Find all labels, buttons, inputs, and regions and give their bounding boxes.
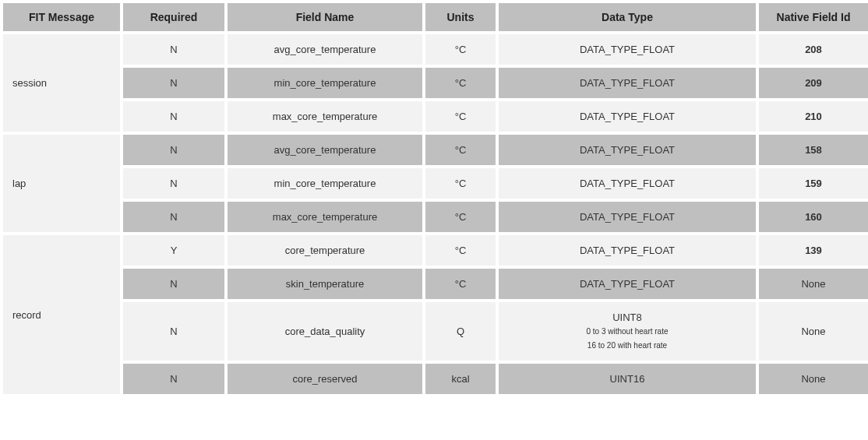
data-type-cell: UINT16 [499,364,756,394]
data-type-cell: UINT8 0 to 3 without heart rate 16 to 20… [499,302,756,361]
data-type-cell: DATA_TYPE_FLOAT [499,68,756,98]
native-id-cell: 160 [759,202,868,232]
native-id-cell: 158 [759,135,868,165]
table-row: session N avg_core_temperature °C DATA_T… [3,34,868,65]
data-type-cell: DATA_TYPE_FLOAT [499,269,756,299]
units-cell: Q [425,302,496,361]
units-cell: °C [425,34,496,65]
field-name-cell: max_core_temperature [228,101,422,132]
data-type-cell: DATA_TYPE_FLOAT [499,34,756,65]
field-name-cell: skin_temperature [228,269,422,299]
fit-message-cell: session [3,34,120,132]
required-cell: N [123,202,224,232]
header-field-name: Field Name [228,3,422,31]
field-name-cell: min_core_temperature [228,68,422,98]
fit-message-cell: lap [3,135,120,232]
field-name-cell: core_temperature [228,235,422,266]
native-id-cell: None [759,364,868,394]
units-cell: °C [425,68,496,98]
data-type-cell: DATA_TYPE_FLOAT [499,101,756,132]
required-cell: N [123,101,224,132]
table-row: N min_core_temperature °C DATA_TYPE_FLOA… [3,168,868,199]
required-cell: N [123,302,224,361]
native-id-cell: 210 [759,101,868,132]
native-id-cell: 159 [759,168,868,199]
table-row: N core_data_quality Q UINT8 0 to 3 witho… [3,302,868,361]
field-name-cell: core_reserved [228,364,422,394]
data-type-cell: DATA_TYPE_FLOAT [499,135,756,165]
table-row: N skin_temperature °C DATA_TYPE_FLOAT No… [3,269,868,299]
table-row: N min_core_temperature °C DATA_TYPE_FLOA… [3,68,868,98]
units-cell: °C [425,202,496,232]
required-cell: N [123,135,224,165]
native-id-cell: 208 [759,34,868,65]
header-data-type: Data Type [499,3,756,31]
field-name-cell: min_core_temperature [228,168,422,199]
units-cell: °C [425,269,496,299]
table-row: lap N avg_core_temperature °C DATA_TYPE_… [3,135,868,165]
header-fit-message: FIT Message [3,3,120,31]
field-name-cell: avg_core_temperature [228,135,422,165]
fit-message-cell: record [3,235,120,394]
data-type-cell: DATA_TYPE_FLOAT [499,202,756,232]
header-units: Units [425,3,496,31]
field-name-cell: max_core_temperature [228,202,422,232]
required-cell: N [123,34,224,65]
units-cell: °C [425,101,496,132]
native-id-cell: None [759,269,868,299]
field-name-cell: core_data_quality [228,302,422,361]
required-cell: Y [123,235,224,266]
data-type-sub: 0 to 3 without heart rate [505,326,750,337]
fit-fields-table: FIT Message Required Field Name Units Da… [0,0,868,397]
required-cell: N [123,68,224,98]
table-row: N core_reserved kcal UINT16 None [3,364,868,394]
units-cell: °C [425,235,496,266]
native-id-cell: None [759,302,868,361]
table-header-row: FIT Message Required Field Name Units Da… [3,3,868,31]
header-required: Required [123,3,224,31]
data-type-cell: DATA_TYPE_FLOAT [499,168,756,199]
native-id-cell: 139 [759,235,868,266]
units-cell: °C [425,168,496,199]
data-type-sub: 16 to 20 with heart rate [505,340,750,351]
field-name-cell: avg_core_temperature [228,34,422,65]
units-cell: kcal [425,364,496,394]
table-row: N max_core_temperature °C DATA_TYPE_FLOA… [3,202,868,232]
required-cell: N [123,168,224,199]
table-row: record Y core_temperature °C DATA_TYPE_F… [3,235,868,266]
header-native-id: Native Field Id [759,3,868,31]
data-type-main: UINT8 [612,312,642,323]
data-type-cell: DATA_TYPE_FLOAT [499,235,756,266]
units-cell: °C [425,135,496,165]
required-cell: N [123,269,224,299]
native-id-cell: 209 [759,68,868,98]
table-row: N max_core_temperature °C DATA_TYPE_FLOA… [3,101,868,132]
required-cell: N [123,364,224,394]
